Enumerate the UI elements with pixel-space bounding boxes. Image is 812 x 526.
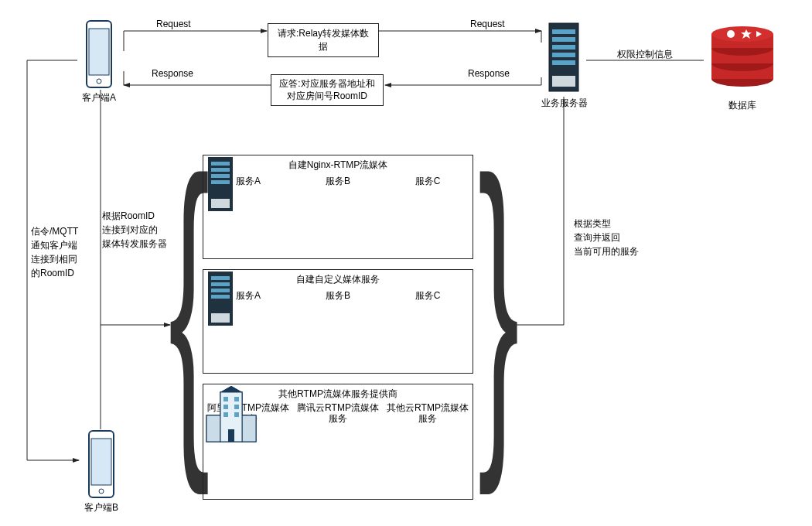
roomid-note: 根据RoomID 连接到对应的 媒体转发服务器 (102, 209, 172, 251)
svg-rect-27 (552, 53, 575, 57)
cluster3-a: 阿里云RTMP流媒体服务 (206, 402, 290, 425)
svg-rect-57 (211, 199, 230, 208)
cluster1-svc-a: 服务A (213, 175, 283, 188)
svg-rect-26 (552, 45, 575, 50)
response-box: 应答:对应服务器地址和对应房间号RoomID (271, 74, 384, 106)
svg-rect-28 (552, 60, 575, 65)
query-note: 根据类型 查询并返回 当前可用的服务 (574, 217, 643, 258)
cluster-nginx: 自建Nginx-RTMP流媒体 服务A 服务B 服务C (203, 155, 473, 259)
svg-point-34 (711, 40, 773, 56)
perm-link: 权限控制信息 (617, 48, 673, 61)
cluster2-title: 自建自定义媒体服务 (203, 273, 473, 286)
svg-point-22 (99, 489, 104, 494)
svg-point-19 (97, 79, 101, 84)
request-box: 请求:Relay转发媒体数据 (268, 23, 379, 57)
req-right: Request (470, 19, 505, 29)
svg-rect-86 (228, 429, 234, 442)
brace-right: } (478, 104, 519, 502)
svg-rect-97 (228, 429, 234, 442)
svg-rect-35 (711, 34, 773, 48)
svg-point-36 (711, 26, 773, 42)
cluster1-svc-c: 服务C (393, 175, 462, 188)
svg-rect-33 (711, 48, 773, 63)
svg-rect-45 (211, 199, 230, 208)
svg-rect-25 (552, 37, 575, 42)
cluster3-title: 其他RTMP流媒体服务提供商 (203, 388, 473, 401)
res-right: Response (468, 68, 510, 79)
cluster3-b: 腾讯云RTMP流媒体服务 (296, 402, 380, 425)
svg-point-32 (711, 56, 773, 71)
cluster2-svc-b: 服务B (303, 289, 373, 302)
req-left: Request (156, 19, 191, 29)
svg-rect-20 (89, 431, 114, 497)
svg-marker-38 (741, 29, 752, 39)
svg-rect-23 (549, 23, 578, 91)
svg-rect-63 (211, 313, 230, 323)
svg-rect-21 (91, 439, 111, 485)
svg-rect-51 (211, 199, 230, 208)
svg-rect-108 (228, 429, 234, 442)
cluster3-c: 其他云RTMP流媒体服务 (386, 402, 469, 425)
cluster2-svc-a: 服务A (213, 289, 283, 302)
res-left: Response (152, 68, 193, 79)
client-a-label: 客户端A (77, 91, 121, 104)
svg-rect-31 (711, 63, 773, 79)
svg-rect-69 (211, 313, 230, 323)
svg-rect-17 (87, 21, 111, 87)
cluster-providers: 其他RTMP流媒体服务提供商 阿里云RTMP流媒体服务 (203, 384, 473, 500)
svg-point-37 (727, 30, 735, 38)
svg-rect-75 (211, 313, 230, 323)
cluster-custom: 自建自定义媒体服务 服务A 服务B 服务C (203, 269, 473, 374)
cluster1-title: 自建Nginx-RTMP流媒体 (203, 159, 473, 172)
database-label: 数据库 (704, 99, 781, 112)
svg-rect-29 (552, 76, 575, 87)
cluster1-svc-b: 服务B (303, 175, 373, 188)
mqtt-note: 信令/MQTT 通知客户端 连接到相同 的RoomID (31, 224, 85, 280)
svg-rect-24 (552, 29, 575, 34)
svg-point-30 (711, 71, 773, 87)
cluster2-svc-c: 服务C (393, 289, 462, 302)
biz-server-label: 业务服务器 (534, 97, 595, 110)
svg-rect-18 (89, 29, 109, 75)
svg-marker-39 (756, 31, 762, 37)
client-b-label: 客户端B (80, 501, 123, 514)
